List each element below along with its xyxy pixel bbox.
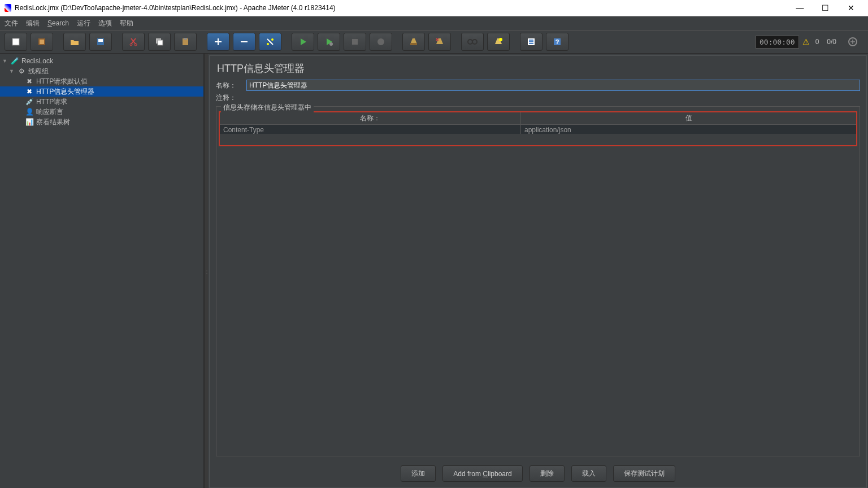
tree-thread-group[interactable]: ▼ ⚙ 线程组 <box>0 66 203 76</box>
clear-all-button[interactable] <box>428 33 451 51</box>
svg-point-13 <box>329 42 333 46</box>
shutdown-button[interactable] <box>370 33 392 51</box>
wrench-icon: ✖ <box>25 77 34 85</box>
test-plan-tree: ▼ 🧪 RedisLock ▼ ⚙ 线程组 ✖ HTTP请求默认值 ✖ HTTP… <box>0 54 204 488</box>
svg-rect-0 <box>12 38 19 45</box>
gear-icon: ⚙ <box>17 67 26 75</box>
stop-button[interactable] <box>344 33 366 51</box>
copy-button[interactable] <box>148 33 171 51</box>
tree-root-label: RedisLock <box>21 57 53 65</box>
tree-item-http-defaults[interactable]: ✖ HTTP请求默认值 <box>0 76 203 86</box>
panel-title: HTTP信息头管理器 <box>210 56 866 79</box>
expand-arrow-icon[interactable]: ▼ <box>2 58 8 64</box>
chart-icon: 📊 <box>25 118 34 126</box>
name-label: 名称： <box>216 81 242 90</box>
new-button[interactable] <box>5 33 27 51</box>
splitter-handle[interactable]: ⋮ <box>204 54 208 488</box>
expand-collapse-icon[interactable] <box>842 33 863 50</box>
delete-button[interactable]: 删除 <box>530 465 565 482</box>
svg-point-18 <box>472 40 477 44</box>
toggle-button[interactable] <box>259 33 281 51</box>
search-button[interactable] <box>461 33 484 51</box>
assertion-icon: 👤 <box>25 108 34 116</box>
menu-search[interactable]: Search <box>47 19 69 27</box>
save-testplan-button[interactable]: 保存测试计划 <box>613 465 675 482</box>
wrench-icon: ✖ <box>25 88 34 95</box>
cut-button[interactable] <box>122 33 145 51</box>
dropper-icon: 💉 <box>25 98 34 106</box>
expand-button[interactable] <box>207 33 229 51</box>
tree-item-assertion[interactable]: 👤 响应断言 <box>0 107 203 117</box>
svg-point-12 <box>271 38 274 41</box>
svg-rect-4 <box>98 39 103 42</box>
table-row[interactable]: Content-Type application/json <box>220 125 856 134</box>
warning-count: 0 <box>815 38 819 46</box>
svg-rect-23 <box>529 43 533 44</box>
menu-edit[interactable]: 编辑 <box>26 19 40 28</box>
clear-button[interactable] <box>402 33 425 51</box>
tree-root[interactable]: ▼ 🧪 RedisLock <box>0 56 203 66</box>
jmeter-app-icon <box>5 4 11 12</box>
svg-rect-21 <box>529 40 533 41</box>
tree-item-label: HTTP信息头管理器 <box>36 87 94 97</box>
start-no-timers-button[interactable] <box>318 33 340 51</box>
headers-table[interactable]: 名称： 值 Content-Type application/json <box>219 111 857 146</box>
main-area: ▼ 🧪 RedisLock ▼ ⚙ 线程组 ✖ HTTP请求默认值 ✖ HTTP… <box>0 54 868 488</box>
menu-run[interactable]: 运行 <box>77 19 90 28</box>
col-value-header[interactable]: 值 <box>521 112 856 124</box>
warning-icon[interactable]: ⚠ <box>802 37 810 46</box>
col-name-header[interactable]: 名称： <box>220 112 521 124</box>
menu-file[interactable]: 文件 <box>5 19 18 28</box>
header-name-cell[interactable]: Content-Type <box>220 125 521 134</box>
name-row: 名称： <box>210 79 866 92</box>
svg-point-11 <box>267 43 269 45</box>
tree-item-http-request[interactable]: 💉 HTTP请求 <box>0 97 203 107</box>
name-input[interactable] <box>246 80 860 91</box>
add-from-clipboard-button[interactable]: Add from Clipboard <box>442 465 522 482</box>
collapse-button[interactable] <box>233 33 255 51</box>
headers-fieldset: 信息头存储在信息头管理器中 名称： 值 Content-Type applica… <box>216 106 860 456</box>
save-button[interactable] <box>89 33 112 51</box>
templates-button[interactable] <box>31 33 53 51</box>
maximize-button[interactable]: ☐ <box>813 1 838 15</box>
window-controls: — ☐ ✕ <box>787 1 863 15</box>
window-title: RedisLock.jmx (D:\DevTool\apache-jmeter-… <box>15 4 787 12</box>
reset-search-button[interactable] <box>487 33 510 51</box>
function-helper-button[interactable] <box>520 33 542 51</box>
open-button[interactable] <box>63 33 86 51</box>
button-bar: 添加 Add from Clipboard 删除 载入 保存测试计划 <box>210 460 866 487</box>
svg-rect-16 <box>410 43 417 45</box>
table-header: 名称： 值 <box>220 112 856 125</box>
tree-item-header-manager[interactable]: ✖ HTTP信息头管理器 <box>0 86 203 97</box>
menu-bar: 文件 编辑 Search 运行 选项 帮助 <box>0 16 868 30</box>
thread-count: 0/0 <box>827 38 836 46</box>
tree-item-label: 响应断言 <box>36 107 63 117</box>
header-value-cell[interactable]: application/json <box>521 125 856 134</box>
tree-thread-group-label: 线程组 <box>28 67 49 76</box>
svg-rect-14 <box>352 39 358 45</box>
load-button[interactable]: 载入 <box>571 465 606 482</box>
comment-row: 注释： <box>210 92 866 104</box>
fieldset-legend: 信息头存储在信息头管理器中 <box>221 103 314 112</box>
svg-point-17 <box>468 40 472 44</box>
window-title-bar: RedisLock.jmx (D:\DevTool\apache-jmeter-… <box>0 0 868 16</box>
minimize-button[interactable]: — <box>787 1 813 15</box>
menu-help[interactable]: 帮助 <box>120 19 133 28</box>
comment-label: 注释： <box>216 93 242 103</box>
expand-arrow-icon[interactable]: ▼ <box>9 68 15 74</box>
elapsed-timer: 00:00:00 <box>756 36 799 49</box>
svg-text:?: ? <box>555 38 559 45</box>
close-button[interactable]: ✕ <box>838 1 863 15</box>
svg-point-15 <box>377 38 384 45</box>
svg-point-19 <box>499 38 502 41</box>
editor-panel: HTTP信息头管理器 名称： 注释： 信息头存储在信息头管理器中 名称： 值 C… <box>209 55 867 488</box>
start-button[interactable] <box>292 33 314 51</box>
toolbar: ? 00:00:00 ⚠ 0 0/0 <box>0 30 868 54</box>
tree-item-label: 察看结果树 <box>36 117 70 127</box>
paste-button[interactable] <box>174 33 197 51</box>
help-button[interactable]: ? <box>546 33 568 51</box>
svg-rect-22 <box>529 41 533 42</box>
menu-options[interactable]: 选项 <box>98 19 112 28</box>
tree-item-results-tree[interactable]: 📊 察看结果树 <box>0 117 203 127</box>
add-button[interactable]: 添加 <box>401 465 436 482</box>
